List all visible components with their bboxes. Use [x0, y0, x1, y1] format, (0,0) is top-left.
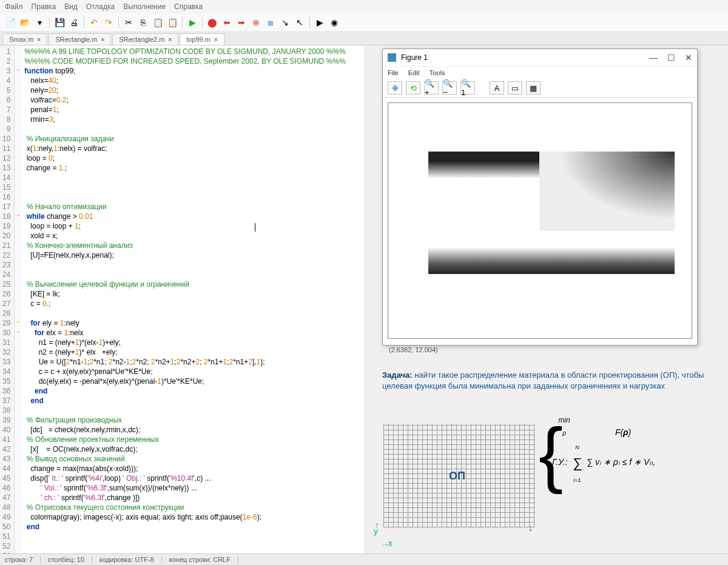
zoom-out-icon[interactable]: 🔍− — [442, 81, 457, 95]
zoom-reset-icon[interactable]: 🔍1 — [460, 81, 475, 95]
line-gutter: 1234567891011121314151617181920212223242… — [0, 45, 15, 556]
code-editor[interactable]: 1234567891011121314151617181920212223242… — [0, 45, 364, 556]
editor-tabs: Smax.m× SRectangle.m× SRectangle2.m× top… — [0, 32, 728, 45]
figure-title: Figure 1 — [401, 53, 428, 62]
text-tool-icon[interactable]: A — [490, 81, 504, 95]
print-icon[interactable]: 🖨 — [67, 16, 81, 29]
cut-icon[interactable]: ✂ — [122, 16, 135, 29]
rect-tool-icon[interactable]: ▭ — [508, 81, 522, 95]
text-cursor — [255, 223, 255, 232]
load-arrow-icon: ↓ — [528, 521, 533, 534]
menu-file[interactable]: Файл — [5, 2, 23, 11]
status-col: столбец: 10 — [48, 556, 92, 563]
breakpoints-icon[interactable]: ≣ — [264, 16, 277, 29]
close-icon[interactable]: × — [37, 36, 41, 43]
step-in-icon[interactable]: ↘ — [278, 16, 292, 29]
redo-icon[interactable]: ↷ — [102, 16, 115, 29]
menu-edit[interactable]: Правка — [32, 2, 56, 11]
menu-view[interactable]: Вид — [64, 2, 78, 11]
step-out-icon[interactable]: ↖ — [293, 16, 306, 29]
close-icon[interactable]: × — [214, 36, 218, 43]
tab-srect[interactable]: SRectangle.m× — [49, 33, 111, 45]
menu-bar: Файл Правка Вид Отладка Выполнение Справ… — [0, 0, 728, 13]
run-icon[interactable]: ▶ — [186, 16, 199, 29]
menu-debug[interactable]: Отладка — [86, 2, 115, 11]
new-file-icon[interactable]: 📄 — [4, 16, 17, 29]
maximize-icon[interactable]: ☐ — [667, 53, 675, 62]
copy-icon[interactable]: ⎘ — [136, 16, 150, 29]
tab-srect2[interactable]: SRectangle2.m× — [112, 33, 178, 45]
undo-icon[interactable]: ↶ — [87, 16, 101, 29]
dropdown-icon[interactable]: ▾ — [33, 16, 46, 29]
status-bar: строка: 7 столбец: 10 кодировка: UTF-8 к… — [0, 553, 728, 565]
topology-image — [428, 152, 675, 274]
status-enc: кодировка: UTF-8 — [99, 556, 162, 563]
open-file-icon[interactable]: 📂 — [18, 16, 32, 29]
zoom-in-icon[interactable]: 🔍+ — [424, 81, 439, 95]
tab-top99[interactable]: top99.m× — [180, 33, 224, 45]
menu-run[interactable]: Выполнение — [123, 2, 166, 11]
minimize-icon[interactable]: — — [649, 53, 658, 62]
close-icon[interactable]: × — [168, 36, 172, 43]
rotate-icon[interactable]: ⟲ — [406, 81, 420, 95]
record-icon[interactable]: ⬤ — [206, 16, 219, 29]
design-domain-label: ОП — [449, 470, 465, 483]
x-arrow-icon: → — [381, 540, 389, 549]
fig-menu-file[interactable]: File — [388, 69, 399, 76]
task-description: Задача: найти такое распределение матери… — [382, 370, 722, 391]
close-window-icon[interactable]: ✕ — [685, 53, 692, 62]
fig-menu-tools[interactable]: Tools — [430, 69, 445, 76]
step-left-icon[interactable]: ⬅ — [220, 16, 234, 29]
figure-window[interactable]: Figure 1 — ☐ ✕ File Edit Tools ✥ ⟲ 🔍+ 🔍−… — [382, 48, 698, 346]
paste-icon[interactable]: 📋 — [151, 16, 164, 29]
step-right-icon[interactable]: ➡ — [235, 16, 248, 29]
figure-menu: File Edit Tools — [383, 67, 697, 79]
stop-debug-icon[interactable]: ⊗ — [249, 16, 263, 29]
figure-status: (2.6382, 12.004) — [383, 344, 697, 356]
y-arrow-icon: ↑ — [375, 520, 379, 530]
save-icon[interactable]: 💾 — [53, 16, 66, 29]
figure-icon — [388, 53, 396, 62]
figure-titlebar[interactable]: Figure 1 — ☐ ✕ — [383, 49, 697, 67]
figure-canvas[interactable] — [388, 102, 692, 339]
menu-help[interactable]: Справка — [174, 2, 203, 11]
figure-toolbar: ✥ ⟲ 🔍+ 🔍− 🔍1 A ▭ ▦ — [383, 79, 697, 98]
status-eol: конец строки: CRLF — [169, 556, 238, 563]
toggle-bp-icon[interactable]: ◉ — [328, 16, 341, 29]
optimization-formula: { minρ F(ρ) Г.У.: N∑i=1 ∑ vᵢ ∗ ρᵢ ≤ f ∗ … — [552, 412, 655, 486]
close-icon[interactable]: × — [101, 36, 104, 43]
clipboard-icon[interactable]: 📋 — [166, 16, 179, 29]
fold-gutter: −−−− — [15, 45, 22, 556]
continue-icon[interactable]: ▶ — [313, 16, 326, 29]
main-toolbar: 📄 📂 ▾ 💾 🖨 ↶ ↷ ✂ ⎘ 📋 📋 ▶ ⬤ ⬅ ➡ ⊗ ≣ ↘ ↖ ▶ … — [0, 13, 728, 32]
fig-menu-edit[interactable]: Edit — [408, 69, 420, 76]
grid-icon[interactable]: ▦ — [526, 81, 541, 95]
tab-smax[interactable]: Smax.m× — [2, 33, 47, 45]
code-area[interactable]: %%%% A 99 LINE TOPOLOGY OPTIMIZATION COD… — [22, 45, 348, 556]
pan-icon[interactable]: ✥ — [388, 81, 402, 95]
status-line: строка: 7 — [5, 556, 41, 563]
